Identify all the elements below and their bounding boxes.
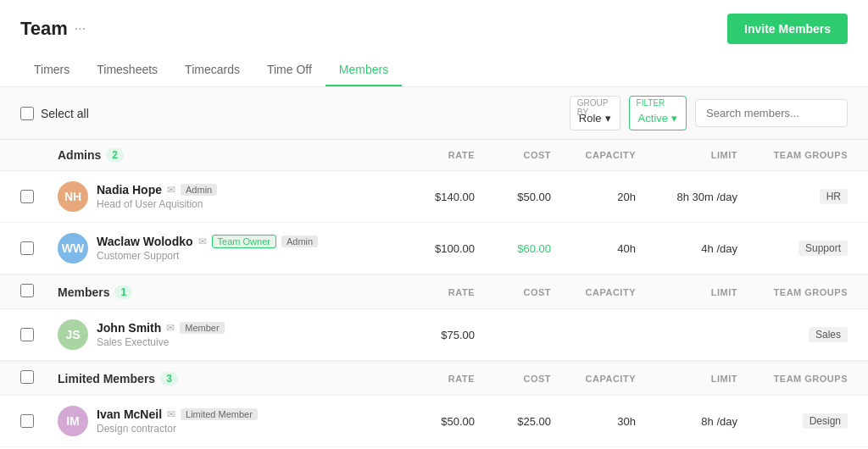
member-details: Nadia Hope ✉ Admin Head of User Aquisiti… — [97, 183, 217, 210]
table-row: NH Nadia Hope ✉ Admin Head of User Aquis… — [0, 171, 868, 223]
group-by-label: GROUP BY — [577, 98, 620, 117]
tab-timers[interactable]: Timers — [20, 54, 83, 86]
member-info: WW Waclaw Wolodko ✉ Team Owner Admin Cus… — [58, 233, 390, 263]
team-tag: Support — [798, 241, 848, 256]
team-groups-col-header3: TEAM GROUPS — [737, 374, 848, 384]
avatar: NH — [58, 181, 88, 212]
members-section-header: Members 1 RATE COST CAPACITY LIMIT TEAM … — [0, 274, 868, 309]
avatar: WW — [58, 233, 88, 263]
table-row: JS John Smith ✉ Member Sales Exectuive $… — [0, 309, 868, 361]
team-tag: HR — [820, 189, 848, 204]
member-subtitle: Head of User Aquisition — [97, 198, 217, 210]
team-groups-cell: HR — [737, 189, 848, 204]
capacity-col-header3: CAPACITY — [551, 374, 636, 384]
limit-col-header3: LIMIT — [636, 374, 737, 384]
invite-members-button[interactable]: Invite Members — [727, 14, 848, 44]
limit-col-header2: LIMIT — [636, 287, 737, 297]
row-checkbox[interactable] — [20, 328, 34, 341]
member-subtitle: Customer Support — [97, 250, 318, 262]
team-tag: Design — [803, 413, 848, 429]
filter-value: Active — [638, 112, 668, 125]
tab-time-off[interactable]: Time Off — [253, 54, 326, 86]
admins-title: Admins — [58, 148, 101, 162]
members-badge: 1 — [114, 285, 132, 299]
capacity-col-header: CAPACITY — [551, 150, 636, 160]
cost-cell: $50.00 — [475, 191, 551, 203]
row-checkbox[interactable] — [20, 414, 34, 428]
team-groups-col-header: TEAM GROUPS — [737, 150, 848, 160]
tab-timesheets[interactable]: Timesheets — [83, 54, 171, 86]
rate-col-header: RATE — [390, 150, 475, 160]
filter-select[interactable]: FILTER Active ▾ — [629, 96, 687, 130]
rate-col-header2: RATE — [390, 287, 475, 297]
team-groups-cell: Sales — [737, 327, 848, 342]
member-details: John Smith ✉ Member Sales Exectuive — [97, 321, 225, 348]
limit-cell: 4h /day — [636, 242, 737, 255]
row-checkbox[interactable] — [20, 241, 34, 255]
limit-cell: 8h 30m /day — [636, 191, 737, 203]
tab-members[interactable]: Members — [326, 54, 402, 86]
member-subtitle: Sales Exectuive — [97, 336, 225, 348]
admins-section-header: Admins 2 RATE COST CAPACITY LIMIT TEAM G… — [0, 140, 868, 171]
tab-timecards[interactable]: Timecards — [171, 54, 253, 86]
team-tag: Sales — [809, 327, 848, 342]
admin-badge: Admin — [181, 184, 217, 196]
select-all-label[interactable]: Select all — [41, 107, 89, 120]
row-checkbox[interactable] — [20, 190, 34, 203]
group-by-select[interactable]: GROUP BY Role ▾ — [570, 96, 620, 130]
mail-icon[interactable]: ✉ — [166, 322, 175, 334]
limited-members-section-header: Limited Members 3 RATE COST CAPACITY LIM… — [0, 361, 868, 396]
limited-members-section-checkbox[interactable] — [20, 370, 34, 384]
team-groups-col-header2: TEAM GROUPS — [737, 287, 848, 297]
cost-cell: $25.00 — [475, 415, 551, 428]
mail-icon[interactable]: ✉ — [198, 236, 207, 247]
page-title: Team — [20, 18, 68, 40]
search-input[interactable] — [695, 99, 848, 127]
toolbar: Select all GROUP BY Role ▾ FILTER Active — [0, 87, 868, 140]
admin-badge: Admin — [281, 236, 318, 247]
member-name: Waclaw Wolodko — [97, 235, 193, 248]
team-groups-cell: Design — [737, 413, 848, 429]
chevron-down-icon: ▾ — [671, 112, 677, 125]
more-options-icon[interactable]: ··· — [75, 21, 86, 36]
limit-col-header: LIMIT — [636, 150, 737, 160]
select-all-checkbox[interactable] — [20, 107, 34, 120]
member-name: Ivan McNeil — [97, 407, 162, 421]
members-section-checkbox[interactable] — [20, 284, 34, 297]
team-groups-cell: Support — [737, 241, 848, 256]
mail-icon[interactable]: ✉ — [167, 184, 175, 196]
capacity-col-header2: CAPACITY — [551, 287, 636, 297]
members-table: Admins 2 RATE COST CAPACITY LIMIT TEAM G… — [0, 140, 868, 447]
rate-cell: $100.00 — [390, 242, 475, 255]
cost-col-header2: COST — [475, 287, 551, 297]
filter-label: FILTER — [637, 98, 665, 108]
member-details: Ivan McNeil ✉ Limited Member Design cont… — [97, 407, 258, 435]
capacity-cell: 40h — [551, 242, 636, 255]
member-info: JS John Smith ✉ Member Sales Exectuive — [58, 319, 390, 350]
table-row: IM Ivan McNeil ✉ Limited Member Design c… — [0, 396, 868, 447]
cost-cell[interactable]: $60.00 — [475, 242, 551, 255]
limit-cell: 8h /day — [636, 415, 737, 428]
member-name: John Smith — [97, 321, 161, 335]
rate-cell: $75.00 — [390, 329, 475, 341]
team-owner-badge: Team Owner — [212, 235, 276, 248]
limited-badge: Limited Member — [181, 408, 258, 420]
cost-col-header3: COST — [475, 374, 551, 384]
avatar: JS — [58, 319, 88, 350]
member-info: NH Nadia Hope ✉ Admin Head of User Aquis… — [58, 181, 390, 212]
member-subtitle: Design contractor — [97, 423, 258, 435]
capacity-cell: 20h — [551, 191, 636, 203]
limited-members-badge: 3 — [160, 372, 178, 385]
member-details: Waclaw Wolodko ✉ Team Owner Admin Custom… — [97, 235, 318, 262]
mail-icon[interactable]: ✉ — [167, 408, 175, 420]
member-name: Nadia Hope — [97, 183, 162, 197]
rate-col-header3: RATE — [390, 374, 475, 384]
rate-cell: $50.00 — [390, 415, 475, 428]
member-info: IM Ivan McNeil ✉ Limited Member Design c… — [58, 406, 390, 436]
rate-cell: $140.00 — [390, 191, 475, 203]
avatar: IM — [58, 406, 88, 436]
capacity-cell: 30h — [551, 415, 636, 428]
admins-badge: 2 — [106, 148, 124, 162]
member-badge: Member — [180, 322, 224, 334]
cost-col-header: COST — [475, 150, 551, 160]
